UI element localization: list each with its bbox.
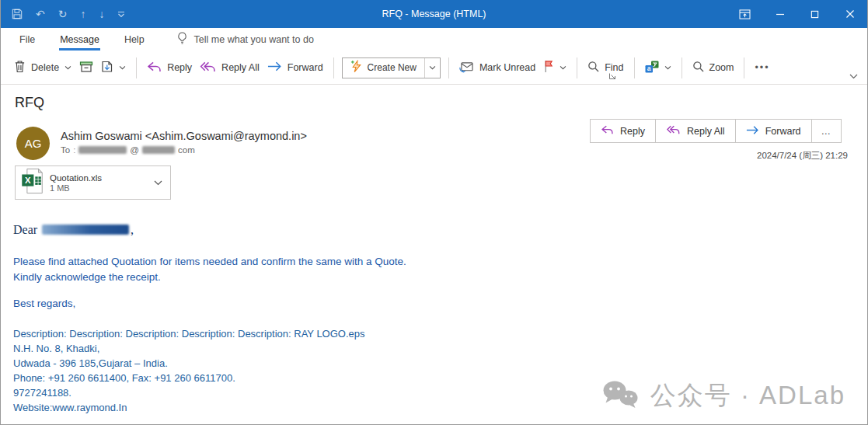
signature-line: N.H. No. 8, Khadki, xyxy=(13,341,365,356)
to-colon: : xyxy=(73,145,75,155)
translate-button[interactable]: a xyxy=(641,57,675,78)
create-new-label: Create New xyxy=(368,62,417,73)
ribbon-separator xyxy=(136,57,137,78)
greeting-word: Dear xyxy=(13,223,37,236)
message-subject: RFQ xyxy=(15,95,44,111)
chevron-down-icon xyxy=(64,65,71,70)
ribbon-tabs: File Message Help Tell me what you want … xyxy=(1,28,867,51)
header-reply-button[interactable]: Reply xyxy=(590,119,656,143)
window-controls xyxy=(727,0,867,28)
body-paragraphs: Please find attached Quotation for items… xyxy=(13,254,406,285)
unread-envelope-icon xyxy=(459,61,474,75)
chevron-down-icon xyxy=(119,65,126,70)
reply-arrow-icon xyxy=(147,61,162,75)
signature-line: Udwada - 396 185,Gujarat – India. xyxy=(13,356,365,371)
header-reply-all-label: Reply All xyxy=(687,126,725,137)
quick-access-toolbar: ↶ ↻ ↑ ↓ xyxy=(12,9,125,19)
tab-file[interactable]: File xyxy=(7,28,47,51)
message-pane: RFQ AG Ashim Goswami <Ashim.Goswami@raym… xyxy=(1,85,867,424)
ribbon-separator xyxy=(634,57,635,78)
translate-icon: a xyxy=(645,61,659,75)
more-commands-button[interactable]: ••• xyxy=(751,59,773,76)
find-button[interactable]: Find xyxy=(584,57,627,78)
header-more-actions-button[interactable]: … xyxy=(811,119,842,143)
header-reply-all-button[interactable]: Reply All xyxy=(655,119,736,143)
tab-message[interactable]: Message xyxy=(47,28,112,51)
customize-quick-access-icon[interactable] xyxy=(117,11,125,18)
tell-me-label: Tell me what you want to do xyxy=(194,34,314,45)
ribbon-separator xyxy=(682,57,682,78)
signature-line: Description: Description: Description: D… xyxy=(13,326,365,341)
header-forward-label: Forward xyxy=(765,126,801,137)
chevron-down-icon xyxy=(429,65,436,70)
svg-text:a: a xyxy=(647,64,650,72)
create-new-button[interactable]: Create New xyxy=(343,58,424,78)
to-at-sign: @ xyxy=(130,145,139,155)
search-icon xyxy=(587,61,599,75)
ribbon-separator xyxy=(744,57,744,78)
greeting-comma: , xyxy=(131,223,134,236)
close-button[interactable] xyxy=(832,0,867,28)
tags-dialog-launcher-icon[interactable] xyxy=(608,71,616,82)
save-icon[interactable] xyxy=(12,9,23,19)
header-forward-button[interactable]: Forward xyxy=(735,119,812,143)
sender-name[interactable]: Ashim Goswami <Ashim.Goswami@raymond.in> xyxy=(61,130,307,142)
response-buttons: Reply Reply All Forward … xyxy=(591,119,842,143)
collapse-ribbon-icon[interactable] xyxy=(849,71,858,82)
create-new-dropdown[interactable] xyxy=(425,58,440,78)
tell-me-box[interactable]: Tell me what you want to do xyxy=(177,28,314,51)
archive-button[interactable] xyxy=(75,57,97,78)
zoom-button[interactable]: Zoom xyxy=(688,57,738,78)
redo-icon[interactable]: ↻ xyxy=(58,9,68,19)
svg-text:X: X xyxy=(25,176,31,185)
lightbulb-icon xyxy=(177,32,187,47)
signature-line: 9727241188. xyxy=(13,385,365,400)
ellipsis-icon: ••• xyxy=(755,62,769,73)
trash-icon xyxy=(14,60,26,75)
reply-arrow-icon xyxy=(601,125,614,137)
body-paragraph-2: Kindly acknowledge the receipt. xyxy=(13,270,406,285)
delete-button[interactable]: Delete xyxy=(10,57,75,78)
reply-all-button[interactable]: Reply All xyxy=(196,58,263,78)
ribbon-separator xyxy=(577,57,577,78)
reply-button[interactable]: Reply xyxy=(143,58,196,78)
closing-line: Best regards, xyxy=(13,298,75,309)
ribbon-display-options-button[interactable] xyxy=(727,0,762,28)
forward-arrow-icon xyxy=(746,126,759,137)
flag-icon xyxy=(543,60,554,75)
excel-file-icon: X xyxy=(21,168,44,197)
tab-help[interactable]: Help xyxy=(112,28,157,51)
attachment-tile[interactable]: X Quotation.xls 1 MB xyxy=(15,165,171,200)
redacted-greeting-name xyxy=(42,225,129,235)
move-to-folder-button[interactable] xyxy=(97,57,130,78)
signature-block: Description: Description: Description: D… xyxy=(13,326,365,415)
chevron-down-icon xyxy=(664,65,671,70)
reply-label: Reply xyxy=(167,62,192,73)
follow-up-flag-button[interactable] xyxy=(539,57,570,78)
wechat-icon xyxy=(601,380,639,413)
outlook-message-window: ↶ ↻ ↑ ↓ RFQ - Message (HTML) xyxy=(0,0,868,425)
forward-arrow-icon xyxy=(267,61,282,74)
watermark: 公众号 · ADLab xyxy=(601,378,845,413)
next-item-icon[interactable]: ↓ xyxy=(99,9,104,19)
ribbon-separator xyxy=(448,57,449,78)
forward-button[interactable]: Forward xyxy=(263,58,327,77)
to-label: To xyxy=(61,145,70,155)
zoom-magnifier-icon xyxy=(692,61,704,75)
minimize-button[interactable] xyxy=(762,0,797,28)
header-reply-label: Reply xyxy=(620,126,645,137)
tab-file-label: File xyxy=(19,30,36,51)
recipient-line: To : @ com xyxy=(61,145,307,155)
maximize-button[interactable] xyxy=(797,0,832,28)
attachment-dropdown-icon[interactable] xyxy=(154,180,162,186)
undo-icon[interactable]: ↶ xyxy=(36,9,45,19)
create-new-split-button[interactable]: Create New xyxy=(342,57,441,78)
sender-avatar[interactable]: AG xyxy=(16,127,50,160)
delete-label: Delete xyxy=(31,62,59,73)
tab-help-label: Help xyxy=(124,30,145,51)
previous-item-icon[interactable]: ↑ xyxy=(80,9,85,19)
forward-label: Forward xyxy=(288,62,323,73)
signature-line[interactable]: Website:www.raymond.In xyxy=(13,400,365,415)
ellipsis-icon: … xyxy=(821,126,832,137)
mark-unread-button[interactable]: Mark Unread xyxy=(455,57,539,78)
